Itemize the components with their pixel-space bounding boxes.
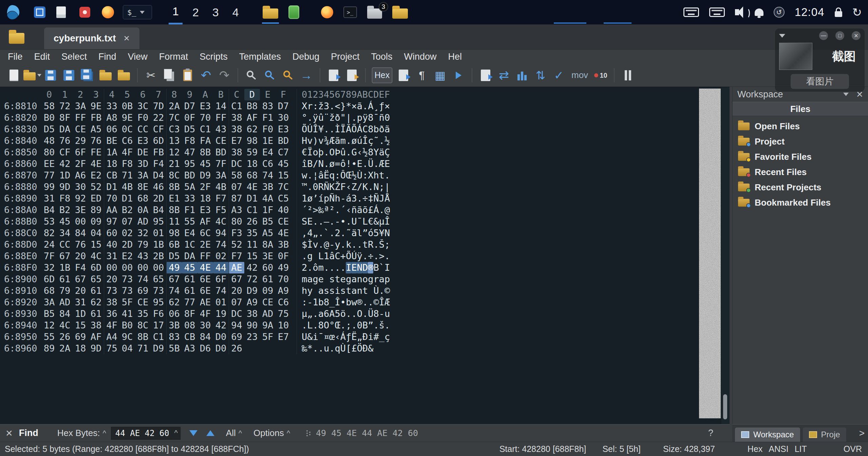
hex-byte[interactable]: D1 [119,193,135,204]
hex-byte[interactable]: 82 [41,227,57,239]
hex-byte[interactable]: 76 [88,135,104,147]
hex-ascii[interactable]: °.ÿû¨žð"|.pÿ8¯ñ0 [297,112,390,124]
hex-byte[interactable]: E3 [135,135,151,147]
scrollbar-thumb[interactable] [723,394,727,419]
hex-byte[interactable]: 45 [182,262,197,273]
menu-file[interactable]: File [2,52,29,62]
save-file-as-icon[interactable] [60,66,78,84]
hex-byte[interactable]: AE [197,297,213,308]
find-options-label[interactable]: Options [253,428,284,438]
pause-sync-icon[interactable] [619,66,637,84]
hex-byte[interactable]: 84 [73,227,88,239]
hex-byte[interactable]: 67 [73,273,88,285]
hex-byte[interactable]: 35 [135,308,151,320]
hex-byte[interactable]: 07 [229,297,244,308]
hex-byte[interactable]: 42 [213,320,229,331]
hex-byte[interactable]: 1D [73,308,88,320]
hex-byte[interactable]: 75 [276,308,291,320]
panel-menu-caret-icon[interactable] [843,93,849,96]
hex-byte[interactable]: 30 [73,181,88,193]
hex-byte[interactable]: FF [197,250,213,262]
hex-byte[interactable]: A6 [73,170,88,181]
hex-byte[interactable]: CF [151,124,166,135]
hex-byte[interactable]: 71 [119,170,135,181]
hex-byte[interactable]: 74 [213,285,229,297]
hex-byte[interactable]: 95 [151,297,166,308]
find-input[interactable] [111,427,181,440]
hex-byte[interactable]: D9 [244,285,260,297]
hex-byte[interactable]: 8F [182,308,197,320]
hex-byte[interactable]: D7 [276,100,291,112]
hex-byte[interactable]: 5F [260,331,276,343]
workspace-item-open-files[interactable]: Open Files [733,119,868,134]
hex-byte[interactable]: DC [229,308,244,320]
hex-byte[interactable]: 1C [182,239,197,250]
hex-byte[interactable]: B4 [151,204,166,216]
hex-row[interactable]: 6:881058723A9E330B3C7D2AD7E314C1B883D7Xr… [0,100,730,112]
hex-byte[interactable]: 62 [244,124,260,135]
hex-byte[interactable]: 68 [41,285,57,297]
hex-byte[interactable]: 49 [276,262,291,273]
hex-byte[interactable]: 33 [182,193,197,204]
hex-byte[interactable]: AF [244,112,260,124]
sync-edit-icon[interactable] [476,66,495,84]
hex-ascii[interactable]: 2.ôm....IEND®B`I [297,262,390,273]
statistics-icon[interactable] [513,66,531,84]
hex-ascii[interactable]: ™.0RÑKŽF‹Z/K.N;| [297,181,390,193]
hex-byte[interactable]: C1 [229,100,244,112]
hex-byte[interactable]: 3A [213,170,229,181]
hex-byte[interactable]: 12 [166,147,182,158]
hex-byte[interactable]: B5 [260,216,276,227]
hex-byte[interactable]: F4 [151,158,166,170]
hex-byte[interactable]: 74 [213,239,229,250]
hex-byte[interactable]: C6 [260,158,276,170]
hex-byte[interactable]: 3A [135,170,151,181]
hex-byte[interactable]: B4 [41,204,57,216]
hex-byte[interactable]: 68 [244,170,260,181]
workspace-1[interactable]: 1 [169,0,183,24]
hex-row[interactable]: 6:89006D6167652073746567616E6F67726170ma… [0,273,730,285]
hex-byte[interactable]: 6D [41,273,57,285]
hex-byte[interactable]: CC [135,124,151,135]
hex-byte[interactable]: CF [57,147,73,158]
menu-window[interactable]: Window [398,52,442,62]
endianness-indicator[interactable]: LIT [795,444,807,454]
hex-byte[interactable]: 30 [197,320,213,331]
hex-byte[interactable]: 3E [260,250,276,262]
hex-byte[interactable]: 73 [104,285,119,297]
hex-ascii[interactable]: U&i¯¤œ‹ÁƒË„Ði#_ç [297,331,390,343]
hex-byte[interactable]: E2 [88,170,104,181]
hex-byte[interactable]: 2B [151,250,166,262]
hex-byte[interactable]: 9A [260,320,276,331]
hex-byte[interactable]: 6D [151,135,166,147]
hex-byte[interactable]: DA [182,250,197,262]
notifications-icon[interactable] [755,8,763,16]
hex-byte[interactable]: 5A [182,181,197,193]
hex-byte[interactable]: 6E [197,273,213,285]
menu-edit[interactable]: Edit [29,52,56,62]
highlight-marker-icon[interactable] [449,66,468,84]
workspace-item-project[interactable]: Project [733,134,868,149]
hex-byte[interactable]: BD [182,170,197,181]
hex-row[interactable]: 6:8940124C15384FB08C173B08304294909A10.L… [0,320,730,331]
hex-byte[interactable]: 38 [229,124,244,135]
hex-byte[interactable]: 4A [260,193,276,204]
hex-byte[interactable]: 6D [88,262,104,273]
hex-byte[interactable]: CE [213,135,229,147]
hex-byte[interactable]: FF [73,112,88,124]
hex-byte[interactable]: 45 [276,158,291,170]
hex-byte[interactable]: 67 [229,273,244,285]
hex-ascii[interactable]: ´²>‰ª².´‹ñãõ£Á.@ [297,204,390,216]
hex-row[interactable]: 6:8860EE422F4E18F83DF42195457FDC18C645îB… [0,158,730,170]
hex-byte[interactable]: 4E [244,181,260,193]
hex-byte[interactable]: FB [88,112,104,124]
hex-row[interactable]: 6:88B0534500099707AD951155AF4C8026B5CESE… [0,216,730,227]
hex-byte[interactable]: D1 [104,181,119,193]
hex-byte[interactable]: 1B [57,262,73,273]
open-file-icon[interactable] [23,66,41,84]
media-app-icon[interactable] [79,7,90,18]
hex-byte[interactable]: F0 [260,124,276,135]
hex-byte[interactable]: FA [197,135,213,147]
hex-byte[interactable]: 43 [135,250,151,262]
hex-byte[interactable]: 00 [135,262,151,273]
